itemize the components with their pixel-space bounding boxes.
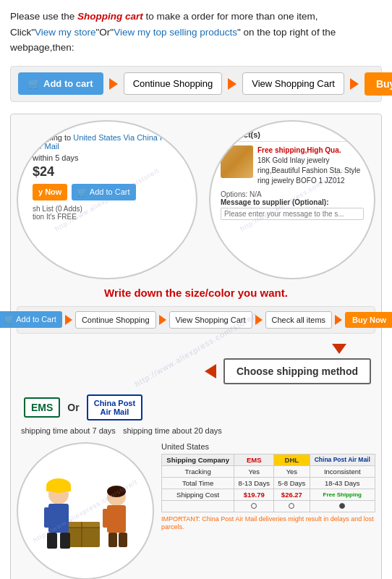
add-to-cart-button-1[interactable]: 🛒 Add to cart [18, 72, 103, 95]
message-label: Message to supplier (Optional): [221, 198, 364, 206]
add-cart-step[interactable]: 🛒 Add to Cart [0, 311, 62, 328]
check-items-step[interactable]: Check all items [265, 311, 333, 329]
col-header-1: EMS [234, 454, 274, 465]
delivery-illustration [24, 449, 147, 572]
screenshot-area: http://www.aliexpress.com/store/t http:/… [10, 114, 382, 579]
china-post-text-line1: China Post [94, 399, 135, 407]
product-header: Product(s) [221, 130, 364, 142]
step-buy: Buy Now [365, 72, 392, 96]
col-header-2: DHL [274, 454, 310, 465]
table-row: Shipping Cost $19.79 $26.27 Free Shippin… [162, 489, 375, 500]
radio-ems-dot[interactable] [251, 503, 257, 509]
product-info: Free shipping,High Qua. 18K Gold Inlay j… [257, 145, 364, 186]
buy-now-step[interactable]: Buy Now [345, 312, 392, 328]
row-0-ems: Yes [234, 465, 274, 477]
ship-days: within 5 days [33, 153, 182, 162]
svg-rect-8 [47, 533, 57, 549]
svg-rect-14 [103, 509, 111, 528]
wish-list-label: sh List (0 Adds) [33, 205, 182, 213]
row-1-dhl: 5-8 Days [274, 477, 310, 489]
add-to-cart-button-sm[interactable]: 🛒 Add to Cart [72, 184, 135, 200]
arrow-icon-2 [228, 78, 237, 90]
table-row: Tracking Yes Yes Inconsistent [162, 465, 375, 477]
or-label: Or [67, 402, 79, 413]
step-continue: Continue Shopping [124, 72, 223, 95]
col-header-3: China Post Air Mail [310, 454, 375, 465]
intro-text4: "Or" [96, 27, 114, 38]
arrow-icon-3 [350, 78, 359, 90]
arrow-left-icon [205, 364, 216, 379]
shipping-time-row: shipping time about 7 days shipping time… [17, 426, 375, 435]
svg-rect-15 [118, 509, 126, 528]
svg-rect-11 [46, 487, 71, 491]
ems-time: shipping time about 7 days [21, 426, 116, 435]
top-selling-link[interactable]: View my top selling products [114, 27, 237, 38]
arrow-icon-4 [65, 315, 72, 325]
flow-bar-2: 🛒 Add to Cart Continue Shopping View Sho… [17, 306, 375, 334]
product-row: Free shipping,High Qua. 18K Gold Inlay j… [221, 145, 364, 186]
radio-spacer [162, 500, 234, 512]
row-2-china: Free Shipping [310, 489, 375, 500]
protection-label: tion It's FREE [33, 213, 182, 221]
row-2-label: Shipping Cost [162, 489, 234, 500]
arrow-icon-6 [255, 315, 263, 325]
view-store-link[interactable]: View my store [35, 27, 96, 38]
shipping-table: United States Shipping Company EMS DHL C… [161, 442, 375, 532]
row-0-china: Inconsistent [310, 465, 375, 477]
svg-rect-7 [60, 507, 69, 528]
row-0-dhl: Yes [274, 465, 310, 477]
circles-row: http://www.aliexpress.com/store/t shippi… [17, 120, 375, 279]
intro-text2: to make a order for more than one item, [143, 11, 318, 22]
radio-china-dot[interactable] [339, 503, 345, 509]
arrow-icon-7 [335, 315, 342, 325]
options-label: Options: N/A [221, 190, 364, 198]
shipping-link[interactable]: United States Via China Post Air Mail [33, 133, 176, 151]
row-1-ems: 8-13 Days [234, 477, 274, 489]
view-cart-step[interactable]: View Shopping Cart [169, 311, 252, 329]
view-shopping-cart-button-1[interactable]: View Shopping Cart [242, 72, 344, 95]
row-0-label: Tracking [162, 465, 234, 477]
svg-rect-16 [108, 533, 117, 547]
intro-paragraph: Please use the Shopping cart to make a o… [10, 9, 382, 56]
radio-ems[interactable] [234, 500, 274, 512]
row-1-label: Total Time [162, 477, 234, 489]
step-add-cart: 🛒 Add to cart [18, 72, 103, 95]
svg-point-18 [107, 486, 126, 497]
row-2-dhl: $26.27 [274, 489, 310, 500]
radio-dhl[interactable] [274, 500, 310, 512]
instruction-text: Write down the size/color you want. [17, 287, 375, 299]
product-name: 18K Gold Inlay jewelry ring,Beautiful Fa… [257, 156, 364, 186]
brand-text: Shopping cart [77, 11, 143, 22]
flow-bar-1: 🛒 Add to cart Continue Shopping View Sho… [10, 66, 382, 102]
china-post-text-line2: Air Mail [94, 407, 135, 416]
continue-shopping-button-1[interactable]: Continue Shopping [124, 72, 223, 95]
shipping-options-row: EMS Or China Post Air Mail [17, 394, 375, 420]
free-shipping-label: Free shipping,High Qua. [257, 145, 364, 156]
message-input[interactable] [221, 208, 364, 220]
buy-now-button-1[interactable]: Buy Now [365, 72, 392, 96]
price-display: $24 [33, 164, 182, 179]
product-thumbnail [221, 145, 253, 178]
right-zoom-circle: http://www.aliexpress.com/store/t Produc… [209, 120, 375, 279]
buy-now-button-sm[interactable]: y Now [33, 184, 67, 200]
step-view-cart: View Shopping Cart [242, 72, 344, 95]
choose-shipping-box: Choose shipping method [223, 358, 371, 384]
ems-text: EMS [31, 402, 53, 413]
cart-icon: 🛒 [28, 78, 40, 89]
svg-rect-9 [60, 533, 70, 549]
intro-text1: Please use the [10, 11, 77, 22]
left-zoom-circle: http://www.aliexpress.com/store/t shippi… [17, 120, 197, 279]
intro-text3: Click" [10, 27, 35, 38]
arrow-down-icon [332, 344, 346, 354]
action-buttons-row: y Now 🛒 Add to Cart [33, 184, 182, 200]
delivery-circle: http://www.aliexpress.com/store/t [17, 442, 154, 579]
svg-rect-17 [119, 533, 127, 547]
radio-dhl-dot[interactable] [289, 503, 294, 509]
bottom-section: http://www.aliexpress.com/store/t [17, 442, 375, 579]
svg-rect-6 [44, 507, 53, 528]
shipping-label: shipping to United States Via China Post… [33, 133, 182, 151]
continue-step[interactable]: Continue Shopping [75, 311, 156, 329]
radio-china[interactable] [310, 500, 375, 512]
table-row: Total Time 8-13 Days 5-8 Days 18-43 Days [162, 477, 375, 489]
row-2-ems: $19.79 [234, 489, 274, 500]
